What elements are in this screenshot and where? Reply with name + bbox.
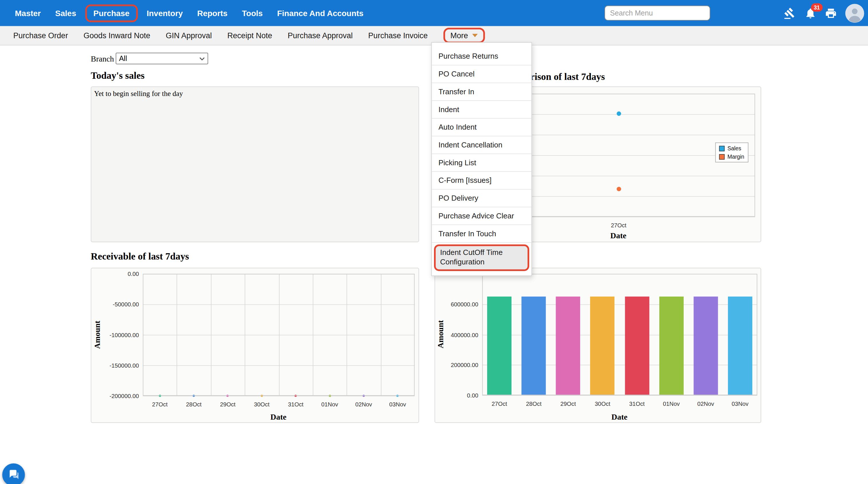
search-input[interactable] xyxy=(604,5,710,21)
nav-item-finance-and-accounts[interactable]: Finance And Accounts xyxy=(277,9,363,18)
data-point-30Oct xyxy=(260,395,263,397)
legend-swatch xyxy=(719,145,724,151)
branch-select[interactable]: All xyxy=(116,53,208,64)
nav-item-purchase[interactable]: Purchase xyxy=(85,4,138,22)
bar-01Nov xyxy=(659,296,683,395)
x-tick-label: 03Nov xyxy=(389,401,406,407)
menu-search xyxy=(604,5,710,21)
menu-item-c-form-issues[interactable]: C-Form [Issues] xyxy=(432,172,531,190)
subnav-gin-approval[interactable]: GIN Approval xyxy=(166,31,212,40)
gavel-icon[interactable] xyxy=(784,7,796,19)
x-tick-label: 02Nov xyxy=(355,401,372,407)
subnav-purchase-approval[interactable]: Purchase Approval xyxy=(288,31,353,40)
bar-03Nov xyxy=(728,296,752,395)
comparison-chart-title-partial: rison of last 7days xyxy=(530,71,605,83)
menu-item-po-delivery[interactable]: PO Delivery xyxy=(432,190,531,207)
subnav-purchase-invoice[interactable]: Purchase Invoice xyxy=(368,31,428,40)
more-menu-button[interactable]: More xyxy=(443,28,485,43)
data-point-03Nov xyxy=(396,395,399,397)
data-point-01Nov xyxy=(329,395,331,397)
menu-item-purchase-returns[interactable]: Purchase Returns xyxy=(432,48,531,65)
nav-item-reports[interactable]: Reports xyxy=(197,9,228,18)
y-tick-label: -100000.00 xyxy=(110,332,139,338)
menu-item-transfer-in-touch[interactable]: Transfer In Touch xyxy=(432,225,531,243)
x-tick-label: 28Oct xyxy=(526,400,541,407)
data-point-29Oct xyxy=(227,395,229,397)
today-sales-title: Today's sales xyxy=(91,70,144,81)
y-tick-label: -50000.00 xyxy=(113,301,139,308)
legend-item: Sales xyxy=(719,145,744,151)
subnav-purchase-order[interactable]: Purchase Order xyxy=(13,31,68,40)
y-tick-label: 0.00 xyxy=(128,271,139,277)
bar-02Nov xyxy=(693,296,718,395)
bar-chart-y-axis-label: Amount xyxy=(436,320,445,348)
gridline xyxy=(143,396,415,396)
menu-item-indent-cancellation[interactable]: Indent Cancellation xyxy=(432,136,531,154)
x-tick-label: 28Oct xyxy=(186,401,202,407)
menu-item-indent[interactable]: Indent xyxy=(432,101,531,119)
menu-item-picking-list[interactable]: Picking List xyxy=(432,154,531,172)
legend-item: Margin xyxy=(719,153,744,160)
printer-icon[interactable] xyxy=(825,7,837,19)
y-tick-label: -150000.00 xyxy=(110,362,139,368)
data-point-27Oct xyxy=(159,395,161,397)
menu-item-purchase-advice-clear[interactable]: Purchase Advice Clear xyxy=(432,207,531,225)
gridline xyxy=(482,395,757,396)
x-tick-label: 31Oct xyxy=(288,401,303,407)
app-window: Master Sales Purchase Inventory Reports … xyxy=(0,0,868,484)
menu-item-po-cancel[interactable]: PO Cancel xyxy=(432,65,531,83)
x-tick-label: 01Nov xyxy=(321,401,338,407)
bar-chart-x-axis-label: Date xyxy=(611,412,627,422)
menu-item-transfer-in[interactable]: Transfer In xyxy=(432,83,531,101)
main-nav: Master Sales Purchase Inventory Reports … xyxy=(0,7,363,19)
menu-item-auto-indent[interactable]: Auto Indent xyxy=(432,119,531,137)
bar-28Oct xyxy=(522,296,546,395)
more-label: More xyxy=(451,31,468,40)
gridline xyxy=(279,274,279,396)
top-navbar: Master Sales Purchase Inventory Reports … xyxy=(0,0,868,26)
nav-item-tools[interactable]: Tools xyxy=(242,9,263,18)
x-tick-label: 27Oct xyxy=(492,400,507,407)
user-avatar[interactable] xyxy=(845,4,864,23)
chevron-down-icon xyxy=(472,34,477,37)
scatter-point-margin xyxy=(616,187,621,191)
nav-item-sales[interactable]: Sales xyxy=(55,9,76,18)
branch-select-value: All xyxy=(119,54,127,63)
gridline xyxy=(177,274,177,396)
x-tick-label: 01Nov xyxy=(663,400,680,407)
chart-legend: SalesMargin xyxy=(715,143,748,162)
gridline xyxy=(347,274,347,396)
data-point-02Nov xyxy=(363,395,365,397)
bar-27Oct xyxy=(487,296,512,395)
bar-30Oct xyxy=(590,296,615,395)
bar-31Oct xyxy=(625,296,649,395)
gridline xyxy=(245,274,245,396)
notification-badge: 31 xyxy=(811,3,823,11)
data-point-28Oct xyxy=(193,395,195,397)
nav-item-inventory[interactable]: Inventory xyxy=(147,9,183,18)
y-tick-label: 400000.00 xyxy=(451,331,478,338)
gridline xyxy=(211,274,211,396)
y-tick-label: 0.00 xyxy=(467,392,478,398)
bell-icon[interactable]: 31 xyxy=(804,7,816,19)
gridline xyxy=(381,274,381,396)
menu-item-indent-cutoff-time-configuration[interactable]: Indent CutOff Time Configuration xyxy=(434,244,529,271)
x-tick-label: 30Oct xyxy=(595,400,610,407)
x-tick-label: 27Oct xyxy=(611,222,626,228)
more-dropdown-menu: Purchase Returns PO Cancel Transfer In I… xyxy=(431,42,532,276)
bar-29Oct xyxy=(556,296,580,395)
y-tick-label: -200000.00 xyxy=(110,392,139,399)
scatter-point-sales xyxy=(616,112,621,116)
legend-swatch xyxy=(719,154,724,159)
receivable-plot: 0.00-50000.00-100000.00-150000.00-200000… xyxy=(143,274,415,396)
subnav-receipt-note[interactable]: Receipt Note xyxy=(227,31,272,40)
chat-icon xyxy=(8,469,19,481)
subnav-goods-inward-note[interactable]: Goods Inward Note xyxy=(84,31,150,40)
today-sales-panel: Yet to begin selling for the day xyxy=(91,86,419,242)
nav-item-master[interactable]: Master xyxy=(15,9,41,18)
top-icon-group: 31 xyxy=(784,0,864,26)
chat-fab-button[interactable] xyxy=(2,463,25,484)
receivable-chart-panel: 0.00-50000.00-100000.00-150000.00-200000… xyxy=(91,267,419,423)
y-tick-label: 600000.00 xyxy=(451,301,478,308)
bars-plot: 600000.00400000.00200000.000.0027Oct28Oc… xyxy=(482,274,757,395)
